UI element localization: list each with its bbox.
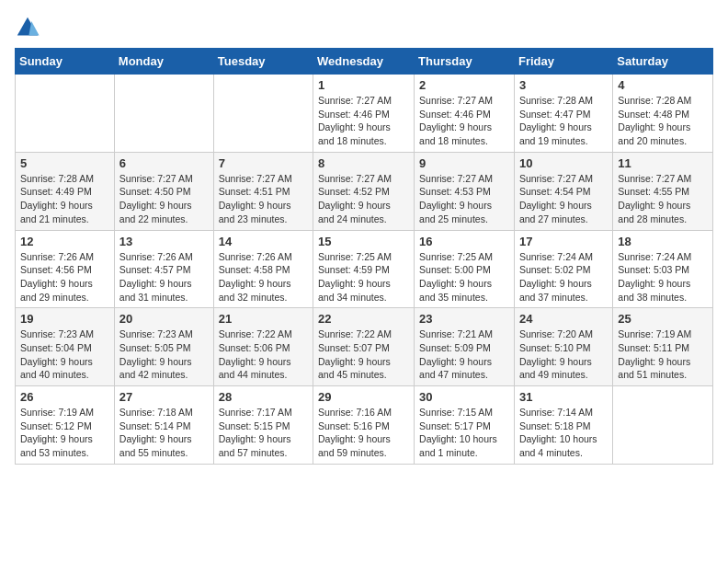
calendar-cell: 27 Sunrise: 7:18 AM Sunset: 5:14 PM Dayl… <box>114 386 213 465</box>
sunrise: Sunrise: 7:27 AM <box>519 173 593 184</box>
sunset: Sunset: 4:47 PM <box>519 109 591 120</box>
day-number: 2 <box>419 78 509 92</box>
day-number: 26 <box>20 390 109 404</box>
day-info: Sunrise: 7:14 AM Sunset: 5:18 PM Dayligh… <box>519 406 608 460</box>
calendar-cell: 3 Sunrise: 7:28 AM Sunset: 4:47 PM Dayli… <box>514 75 612 153</box>
sunset: Sunset: 5:05 PM <box>119 342 191 353</box>
day-number: 30 <box>419 390 509 404</box>
calendar-cell: 9 Sunrise: 7:27 AM Sunset: 4:53 PM Dayli… <box>415 152 515 230</box>
calendar-cell: 13 Sunrise: 7:26 AM Sunset: 4:57 PM Dayl… <box>114 230 213 308</box>
daylight: Daylight: 9 hours and 22 minutes. <box>119 200 192 224</box>
day-info: Sunrise: 7:27 AM Sunset: 4:51 PM Dayligh… <box>219 172 308 226</box>
day-number: 12 <box>20 235 109 248</box>
day-info: Sunrise: 7:25 AM Sunset: 5:00 PM Dayligh… <box>419 250 509 304</box>
calendar-cell: 21 Sunrise: 7:22 AM Sunset: 5:06 PM Dayl… <box>213 308 313 386</box>
day-number: 13 <box>119 235 209 248</box>
calendar-cell <box>613 386 713 465</box>
calendar-week-row: 12 Sunrise: 7:26 AM Sunset: 4:56 PM Dayl… <box>16 230 713 308</box>
calendar-cell: 22 Sunrise: 7:22 AM Sunset: 5:07 PM Dayl… <box>313 308 415 386</box>
logo-icon <box>15 15 40 40</box>
daylight: Daylight: 9 hours and 45 minutes. <box>318 356 391 381</box>
day-number: 16 <box>419 235 509 248</box>
daylight: Daylight: 9 hours and 18 minutes. <box>419 121 492 146</box>
day-number: 19 <box>20 312 109 326</box>
daylight: Daylight: 9 hours and 24 minutes. <box>318 200 391 224</box>
calendar-cell: 14 Sunrise: 7:26 AM Sunset: 4:58 PM Dayl… <box>213 230 313 308</box>
sunrise: Sunrise: 7:27 AM <box>419 173 493 184</box>
day-info: Sunrise: 7:27 AM Sunset: 4:55 PM Dayligh… <box>618 172 708 226</box>
daylight: Daylight: 9 hours and 25 minutes. <box>419 200 492 224</box>
sunrise: Sunrise: 7:19 AM <box>618 328 691 339</box>
calendar-cell: 12 Sunrise: 7:26 AM Sunset: 4:56 PM Dayl… <box>16 230 115 308</box>
day-number: 18 <box>618 235 708 248</box>
calendar-cell <box>114 75 213 153</box>
sunrise: Sunrise: 7:27 AM <box>318 173 392 184</box>
day-info: Sunrise: 7:27 AM Sunset: 4:53 PM Dayligh… <box>419 172 509 226</box>
day-info: Sunrise: 7:22 AM Sunset: 5:07 PM Dayligh… <box>318 327 409 382</box>
day-number: 29 <box>318 390 409 404</box>
sunrise: Sunrise: 7:27 AM <box>419 95 493 106</box>
sunrise: Sunrise: 7:26 AM <box>219 251 292 262</box>
daylight: Daylight: 9 hours and 57 minutes. <box>219 433 291 458</box>
daylight: Daylight: 9 hours and 27 minutes. <box>519 200 592 224</box>
day-number: 22 <box>318 312 409 326</box>
weekday-header: Thursday <box>415 49 515 75</box>
day-info: Sunrise: 7:16 AM Sunset: 5:16 PM Dayligh… <box>318 406 409 460</box>
sunset: Sunset: 5:14 PM <box>119 420 191 431</box>
day-number: 28 <box>219 390 308 404</box>
daylight: Daylight: 9 hours and 28 minutes. <box>618 200 690 224</box>
calendar-cell: 17 Sunrise: 7:24 AM Sunset: 5:02 PM Dayl… <box>514 230 612 308</box>
sunrise: Sunrise: 7:23 AM <box>20 328 94 339</box>
day-number: 14 <box>219 235 308 248</box>
calendar-cell: 10 Sunrise: 7:27 AM Sunset: 4:54 PM Dayl… <box>514 152 612 230</box>
day-info: Sunrise: 7:19 AM Sunset: 5:12 PM Dayligh… <box>20 406 109 460</box>
day-info: Sunrise: 7:27 AM Sunset: 4:50 PM Dayligh… <box>119 172 209 226</box>
day-info: Sunrise: 7:27 AM Sunset: 4:46 PM Dayligh… <box>318 94 409 148</box>
calendar-cell: 24 Sunrise: 7:20 AM Sunset: 5:10 PM Dayl… <box>514 308 612 386</box>
sunrise: Sunrise: 7:25 AM <box>419 251 493 262</box>
sunrise: Sunrise: 7:22 AM <box>219 328 292 339</box>
sunrise: Sunrise: 7:24 AM <box>519 251 593 262</box>
daylight: Daylight: 9 hours and 37 minutes. <box>519 278 592 303</box>
sunset: Sunset: 5:12 PM <box>20 420 92 431</box>
weekday-header: Saturday <box>613 49 713 75</box>
calendar-cell: 19 Sunrise: 7:23 AM Sunset: 5:04 PM Dayl… <box>16 308 115 386</box>
calendar-week-row: 19 Sunrise: 7:23 AM Sunset: 5:04 PM Dayl… <box>16 308 713 386</box>
day-number: 17 <box>519 235 608 248</box>
sunrise: Sunrise: 7:17 AM <box>219 407 292 418</box>
calendar-cell <box>213 75 313 153</box>
sunset: Sunset: 4:55 PM <box>618 186 689 197</box>
day-info: Sunrise: 7:25 AM Sunset: 4:59 PM Dayligh… <box>318 250 409 304</box>
sunset: Sunset: 4:48 PM <box>618 109 689 120</box>
day-number: 5 <box>20 156 109 170</box>
daylight: Daylight: 9 hours and 55 minutes. <box>119 433 192 458</box>
sunset: Sunset: 4:49 PM <box>20 186 92 197</box>
sunrise: Sunrise: 7:18 AM <box>119 407 193 418</box>
weekday-header: Monday <box>114 49 213 75</box>
sunset: Sunset: 4:50 PM <box>119 186 191 197</box>
day-number: 3 <box>519 78 608 92</box>
sunrise: Sunrise: 7:27 AM <box>219 173 292 184</box>
daylight: Daylight: 9 hours and 34 minutes. <box>318 278 391 303</box>
sunrise: Sunrise: 7:27 AM <box>618 173 691 184</box>
day-info: Sunrise: 7:26 AM Sunset: 4:56 PM Dayligh… <box>20 250 109 304</box>
calendar-cell: 1 Sunrise: 7:27 AM Sunset: 4:46 PM Dayli… <box>313 75 415 153</box>
daylight: Daylight: 9 hours and 23 minutes. <box>219 200 291 224</box>
daylight: Daylight: 9 hours and 32 minutes. <box>219 278 291 303</box>
day-info: Sunrise: 7:27 AM Sunset: 4:46 PM Dayligh… <box>419 94 509 148</box>
day-number: 10 <box>519 156 608 170</box>
day-info: Sunrise: 7:28 AM Sunset: 4:48 PM Dayligh… <box>618 94 708 148</box>
day-info: Sunrise: 7:26 AM Sunset: 4:58 PM Dayligh… <box>219 250 308 304</box>
daylight: Daylight: 9 hours and 20 minutes. <box>618 121 690 146</box>
sunset: Sunset: 5:03 PM <box>618 264 689 275</box>
sunset: Sunset: 4:51 PM <box>219 186 290 197</box>
sunset: Sunset: 4:58 PM <box>219 264 290 275</box>
daylight: Daylight: 9 hours and 21 minutes. <box>20 200 93 224</box>
sunset: Sunset: 5:04 PM <box>20 342 92 353</box>
day-info: Sunrise: 7:27 AM Sunset: 4:54 PM Dayligh… <box>519 172 608 226</box>
sunrise: Sunrise: 7:27 AM <box>318 95 392 106</box>
day-info: Sunrise: 7:28 AM Sunset: 4:49 PM Dayligh… <box>20 172 109 226</box>
calendar-cell: 6 Sunrise: 7:27 AM Sunset: 4:50 PM Dayli… <box>114 152 213 230</box>
daylight: Daylight: 10 hours and 1 minute. <box>419 433 497 458</box>
calendar-cell <box>16 75 115 153</box>
